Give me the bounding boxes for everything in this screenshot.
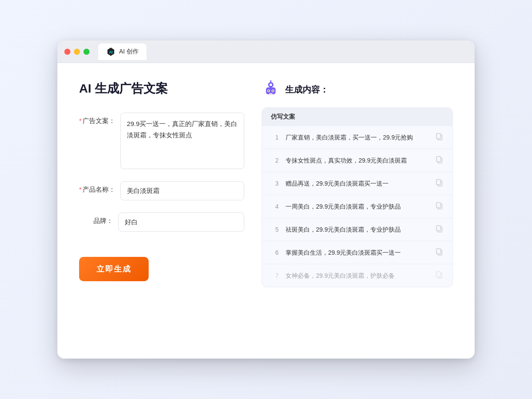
result-item-text: 女神必备，29.9元美白淡斑霜，护肤必备 <box>286 271 428 280</box>
result-table-header: 仿写文案 <box>262 108 452 126</box>
brand-row: 品牌： <box>79 213 244 232</box>
product-name-input[interactable] <box>120 181 244 200</box>
maximize-button[interactable] <box>83 49 90 55</box>
svg-point-3 <box>269 83 272 86</box>
ad-copy-row: *广告文案： 29.9买一送一，真正的厂家直销，美白淡斑霜，专抹女性斑点 <box>79 113 244 169</box>
ad-copy-input[interactable]: 29.9买一送一，真正的厂家直销，美白淡斑霜，专抹女性斑点 <box>120 113 244 169</box>
result-item-num: 7 <box>271 272 279 279</box>
result-items-container: 1厂家直销，美白淡斑霜，买一送一，29.9元抢购 2专抹女性斑点，真实功效，29… <box>262 126 452 287</box>
tab-label: AI 创作 <box>119 48 139 56</box>
result-item-num: 6 <box>271 249 279 256</box>
result-item-text: 专抹女性斑点，真实功效，29.9元美白淡斑霜 <box>286 156 428 165</box>
result-item: 6掌握美白生活，29.9元美白淡斑霜买一送一 <box>262 241 452 264</box>
result-item-text: 掌握美白生活，29.9元美白淡斑霜买一送一 <box>286 248 428 257</box>
product-name-label: *产品名称： <box>79 181 120 194</box>
brand-label: 品牌： <box>79 213 118 225</box>
svg-point-11 <box>270 80 272 81</box>
svg-rect-13 <box>436 133 441 139</box>
result-item-text: 厂家直销，美白淡斑霜，买一送一，29.9元抢购 <box>286 133 428 142</box>
copy-icon[interactable] <box>435 155 444 166</box>
svg-point-8 <box>273 90 274 92</box>
result-title: 生成内容： <box>285 84 329 96</box>
svg-rect-15 <box>436 156 441 162</box>
browser-window: AI AI 创作 AI 生成广告文案 *广告文案： 29.9买一送一，真正的厂家… <box>57 40 475 359</box>
svg-rect-25 <box>436 272 441 277</box>
robot-icon <box>262 80 280 99</box>
result-item-num: 5 <box>271 226 279 233</box>
svg-text:AI: AI <box>109 50 113 54</box>
copy-icon[interactable] <box>435 270 444 281</box>
svg-rect-9 <box>269 93 273 94</box>
copy-icon[interactable] <box>435 224 444 235</box>
required-mark-1: * <box>79 117 82 124</box>
result-item: 7女神必备，29.9元美白淡斑霜，护肤必备 <box>262 264 452 287</box>
minimize-button[interactable] <box>74 49 80 55</box>
result-item-text: 赠品再送，29.9元美白淡斑霜买一送一 <box>286 179 428 188</box>
left-panel: AI 生成广告文案 *广告文案： 29.9买一送一，真正的厂家直销，美白淡斑霜，… <box>79 80 244 337</box>
result-header: 生成内容： <box>262 80 453 99</box>
traffic-lights <box>64 49 90 55</box>
result-item: 4一周美白，29.9元美白淡斑霜，专业护肤品 <box>262 195 452 218</box>
result-item-text: 祛斑美白，29.9元美白淡斑霜，专业护肤品 <box>286 225 428 234</box>
required-mark-2: * <box>79 186 82 193</box>
result-item-num: 1 <box>271 134 279 141</box>
ai-tab-icon: AI <box>106 47 116 57</box>
page-title: AI 生成广告文案 <box>79 80 244 97</box>
svg-rect-23 <box>436 249 441 254</box>
result-item: 5祛斑美白，29.9元美白淡斑霜，专业护肤品 <box>262 218 452 241</box>
copy-icon[interactable] <box>435 201 444 212</box>
copy-icon[interactable] <box>435 247 444 258</box>
result-table: 仿写文案 1厂家直销，美白淡斑霜，买一送一，29.9元抢购 2专抹女性斑点，真实… <box>262 107 453 287</box>
result-item: 3赠品再送，29.9元美白淡斑霜买一送一 <box>262 172 452 195</box>
result-item: 1厂家直销，美白淡斑霜，买一送一，29.9元抢购 <box>262 126 452 149</box>
copy-icon[interactable] <box>435 178 444 189</box>
generate-button[interactable]: 立即生成 <box>79 257 149 281</box>
brand-input[interactable] <box>118 213 244 232</box>
result-item-num: 4 <box>271 203 279 210</box>
copy-icon[interactable] <box>435 132 444 143</box>
result-item-num: 3 <box>271 180 279 187</box>
svg-rect-21 <box>436 226 441 231</box>
product-name-row: *产品名称： <box>79 181 244 200</box>
right-panel: 生成内容： 仿写文案 1厂家直销，美白淡斑霜，买一送一，29.9元抢购 2专抹女… <box>262 80 453 337</box>
ad-copy-label: *广告文案： <box>79 113 120 125</box>
svg-point-7 <box>268 90 269 92</box>
browser-content: AI 生成广告文案 *广告文案： 29.9买一送一，真正的厂家直销，美白淡斑霜，… <box>57 63 475 359</box>
result-item: 2专抹女性斑点，真实功效，29.9元美白淡斑霜 <box>262 149 452 172</box>
titlebar: AI AI 创作 <box>57 40 475 63</box>
svg-rect-17 <box>436 180 441 185</box>
result-item-text: 一周美白，29.9元美白淡斑霜，专业护肤品 <box>286 202 428 211</box>
result-item-num: 2 <box>271 157 279 164</box>
ai-tab[interactable]: AI AI 创作 <box>98 43 146 60</box>
close-button[interactable] <box>64 49 70 55</box>
svg-rect-19 <box>436 203 441 208</box>
